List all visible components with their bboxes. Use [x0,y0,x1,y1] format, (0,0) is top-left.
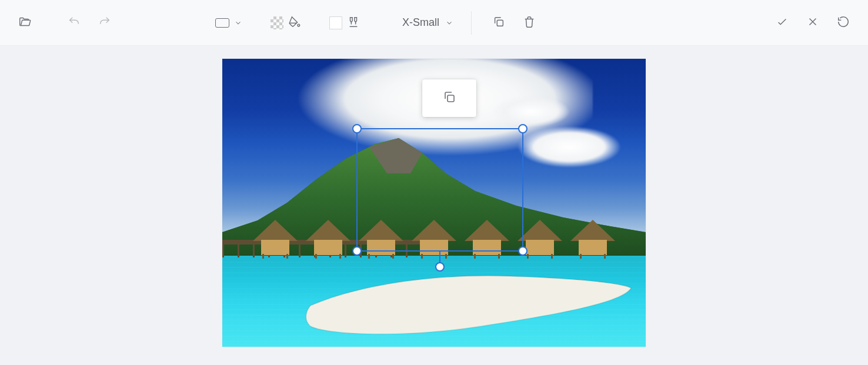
trash-icon [523,15,536,31]
toolbar-divider [471,11,472,35]
check-icon [776,15,789,31]
stroke-size-picker[interactable]: X-Small [398,16,458,29]
image-canvas[interactable] [222,59,646,347]
resize-handle-top-left[interactable] [352,124,362,133]
copy-icon [442,90,456,106]
svg-rect-1 [497,20,503,26]
selection-box[interactable] [356,128,523,252]
copy-button[interactable] [485,9,513,37]
fill-color-control[interactable] [267,15,305,31]
chevron-down-icon [234,19,242,27]
redo-button[interactable] [91,9,119,37]
editor-toolbar: X-Small [0,0,868,46]
stroke-swatch [329,16,342,29]
fill-swatch [271,16,283,29]
floating-copy-button[interactable] [422,79,476,117]
resize-handle-bottom-left[interactable] [352,246,362,256]
shape-picker[interactable] [212,18,246,28]
stroke-size-label: X-Small [402,16,439,29]
folder-open-icon [18,15,31,31]
undo-button[interactable] [60,9,88,37]
chevron-down-icon [445,19,453,27]
stroke-color-control[interactable] [326,15,363,31]
open-button[interactable] [11,9,39,37]
highlighter-icon [347,15,360,31]
redo-icon [98,15,111,31]
paint-bucket-icon [288,15,301,31]
cancel-button[interactable] [799,9,827,37]
apply-button[interactable] [768,9,796,37]
svg-point-0 [298,24,300,26]
undo-icon [68,15,81,31]
delete-button[interactable] [515,9,543,37]
rectangle-shape-icon [215,18,229,28]
svg-rect-2 [448,95,454,102]
copy-icon [492,15,505,31]
resize-handle-top-right[interactable] [518,124,528,133]
reset-button[interactable] [829,9,857,37]
rotation-handle[interactable] [435,262,445,272]
rotate-ccw-icon [837,15,850,31]
resize-handle-bottom-right[interactable] [518,246,528,256]
close-icon [806,15,819,31]
